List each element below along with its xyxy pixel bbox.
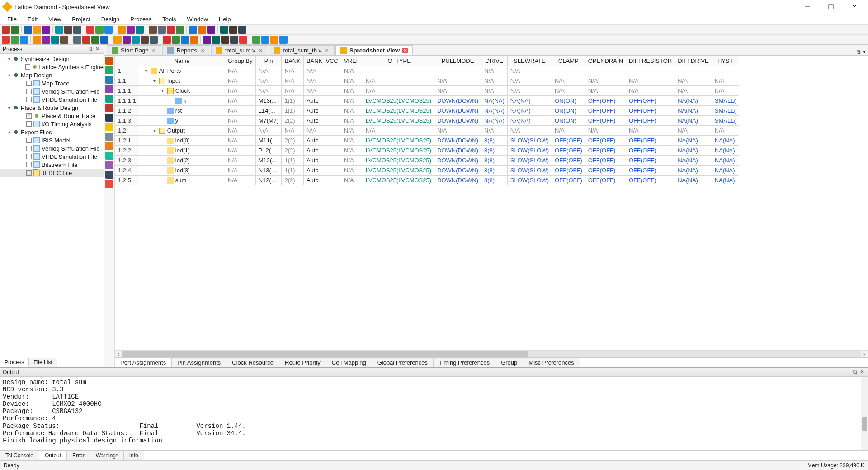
tree-item[interactable]: Map Trace: [0, 79, 104, 87]
cell[interactable]: NA(NA): [712, 136, 739, 146]
cell[interactable]: NA(NA): [481, 106, 508, 116]
cell[interactable]: NA(NA): [675, 136, 712, 146]
horizontal-scrollbar[interactable]: ‹ ›: [115, 350, 868, 357]
menu-file[interactable]: File: [3, 15, 21, 24]
cell[interactable]: OFF(OFF): [626, 106, 675, 116]
toolbar-icon[interactable]: [33, 26, 41, 34]
tree-item[interactable]: IBIS Model: [0, 136, 104, 144]
table-row[interactable]: 1.2.4led[3]N/AN13(...1(1)AutoN/ALVCMOS25…: [115, 166, 739, 176]
toolbar-icon[interactable]: [163, 36, 171, 44]
cell[interactable]: NA(NA): [712, 166, 739, 176]
cell[interactable]: NA(NA): [675, 106, 712, 116]
name-cell[interactable]: ▾Clock: [139, 86, 225, 96]
cell[interactable]: [434, 66, 481, 76]
cell[interactable]: N/A: [255, 86, 282, 96]
menu-process[interactable]: Process: [126, 15, 156, 24]
toolbar-icon[interactable]: [158, 26, 166, 34]
cell[interactable]: OFF(OFF): [626, 156, 675, 166]
close-icon[interactable]: ✕: [94, 46, 101, 52]
cell[interactable]: 2(2): [282, 136, 303, 146]
cell[interactable]: N/A: [303, 76, 341, 86]
cell[interactable]: SLOW(SLOW): [507, 146, 552, 156]
cell[interactable]: [585, 66, 626, 76]
cell[interactable]: N/A: [481, 76, 508, 86]
chevron-down-icon[interactable]: ▾: [152, 128, 157, 133]
column-header[interactable]: BANK: [282, 56, 303, 66]
checkbox[interactable]: [26, 89, 32, 94]
side-tool-icon[interactable]: [105, 57, 113, 65]
side-tool-icon[interactable]: [105, 76, 113, 84]
tree-item[interactable]: ✓Place & Route Trace: [0, 112, 104, 120]
cell[interactable]: SLOW(SLOW): [507, 156, 552, 166]
menu-tools[interactable]: Tools: [158, 15, 180, 24]
toolbar-icon[interactable]: [230, 36, 238, 44]
tree-item[interactable]: Bitstream File: [0, 161, 104, 169]
cell[interactable]: N/A: [341, 76, 363, 86]
cell[interactable]: M13(...: [255, 96, 282, 106]
undock-icon[interactable]: ⧉: [852, 369, 858, 375]
cell[interactable]: N/A: [675, 86, 712, 96]
cell[interactable]: OFF(OFF): [552, 176, 585, 185]
scroll-right-icon[interactable]: ›: [861, 351, 868, 357]
column-header[interactable]: Group By: [225, 56, 255, 66]
name-cell[interactable]: led[1]: [139, 146, 225, 156]
cell[interactable]: OFF(OFF): [585, 106, 626, 116]
scroll-left-icon[interactable]: ‹: [115, 351, 122, 357]
close-icon[interactable]: ✕: [151, 48, 156, 53]
column-header[interactable]: Pin: [255, 56, 282, 66]
cell[interactable]: M12(...: [255, 156, 282, 166]
close-icon[interactable]: ✕: [859, 369, 865, 375]
vertical-scrollbar[interactable]: [861, 377, 868, 450]
cell[interactable]: Auto: [303, 146, 341, 156]
cell[interactable]: LVCMOS25(LVCMOS25): [363, 146, 434, 156]
toolbar-icon[interactable]: [11, 36, 19, 44]
cell[interactable]: 2(2): [282, 176, 303, 185]
cell[interactable]: LVCMOS25(LVCMOS25): [363, 106, 434, 116]
column-header[interactable]: SLEWRATE: [507, 56, 552, 66]
cell[interactable]: NA(NA): [507, 106, 552, 116]
cell[interactable]: Auto: [303, 136, 341, 146]
cell[interactable]: DOWN(DOWN): [434, 146, 481, 156]
cell[interactable]: N/A: [225, 76, 255, 86]
cell[interactable]: OFF(OFF): [552, 166, 585, 176]
toolbar-icon[interactable]: [229, 26, 237, 34]
close-icon[interactable]: ✕: [258, 48, 263, 53]
side-tool-icon[interactable]: [105, 95, 113, 103]
cell[interactable]: OFF(OFF): [585, 166, 626, 176]
cell[interactable]: N/A: [434, 76, 481, 86]
cell[interactable]: N/A: [585, 86, 626, 96]
cell[interactable]: N/A: [585, 126, 626, 136]
cell[interactable]: N/A: [626, 76, 675, 86]
toolbar-icon[interactable]: [64, 26, 72, 34]
chevron-down-icon[interactable]: ▾: [6, 130, 12, 135]
cell[interactable]: OFF(OFF): [585, 156, 626, 166]
cell[interactable]: NA(NA): [507, 96, 552, 106]
cell[interactable]: OFF(OFF): [585, 116, 626, 126]
menu-view[interactable]: View: [44, 15, 66, 24]
cell[interactable]: 2(2): [282, 116, 303, 126]
table-row[interactable]: 1.2.2led[1]N/AP12(...2(2)AutoN/ALVCMOS25…: [115, 146, 739, 156]
cell[interactable]: DOWN(DOWN): [434, 96, 481, 106]
toolbar-icon[interactable]: [100, 36, 108, 44]
cell[interactable]: OFF(OFF): [552, 136, 585, 146]
cell[interactable]: OFF(OFF): [626, 146, 675, 156]
cell[interactable]: N/A: [341, 176, 363, 185]
cell[interactable]: N/A: [225, 146, 255, 156]
cell[interactable]: NA(NA): [675, 176, 712, 185]
close-button[interactable]: [844, 0, 864, 13]
panel-tab[interactable]: Process: [0, 358, 29, 367]
checkbox[interactable]: [26, 81, 32, 86]
cell[interactable]: 8(8): [481, 136, 508, 146]
chevron-down-icon[interactable]: ▾: [160, 88, 165, 93]
cell[interactable]: N/A: [363, 86, 434, 96]
cell[interactable]: OFF(OFF): [585, 146, 626, 156]
chevron-down-icon[interactable]: ▾: [6, 73, 12, 78]
table-row[interactable]: 1.1▾InputN/AN/AN/AN/AN/AN/AN/AN/AN/AN/AN…: [115, 76, 739, 86]
toolbar-icon[interactable]: [136, 26, 144, 34]
cell[interactable]: OFF(OFF): [552, 156, 585, 166]
cell[interactable]: NA(NA): [675, 96, 712, 106]
cell[interactable]: N/A: [255, 126, 282, 136]
tree-item[interactable]: VHDL Simulation File: [0, 152, 104, 161]
cell[interactable]: N/A: [507, 66, 552, 76]
name-cell[interactable]: k: [139, 96, 225, 106]
